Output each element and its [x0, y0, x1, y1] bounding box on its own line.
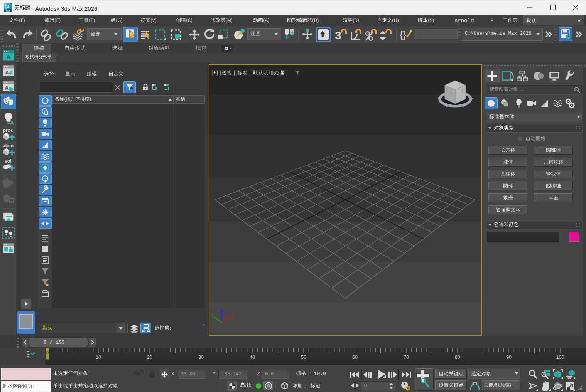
svg-text:y: y — [211, 313, 213, 317]
svg-text:A: A — [6, 54, 11, 61]
svg-text:40: 40 — [250, 355, 255, 360]
svg-text:vol: vol — [5, 158, 12, 164]
svg-text:50: 50 — [301, 355, 306, 360]
svg-text:MAX: MAX — [6, 10, 10, 12]
svg-text:30: 30 — [198, 355, 204, 360]
svg-text:alem: alem — [3, 143, 14, 148]
svg-text:A: A — [5, 69, 9, 76]
svg-text:3: 3 — [335, 29, 341, 41]
svg-text:proc: proc — [3, 128, 13, 133]
svg-text:90: 90 — [506, 355, 512, 360]
svg-text:A: A — [5, 85, 9, 91]
svg-text:0: 0 — [267, 384, 270, 388]
svg-text:70: 70 — [404, 355, 409, 360]
svg-text:20: 20 — [147, 355, 152, 360]
svg-text:100: 100 — [556, 355, 564, 360]
svg-text:{}: {} — [400, 29, 407, 40]
svg-text:80: 80 — [455, 355, 460, 360]
svg-text:x: x — [232, 312, 234, 316]
svg-text:A: A — [10, 120, 14, 125]
svg-text:10: 10 — [96, 355, 101, 360]
svg-text:3: 3 — [7, 4, 10, 9]
svg-text:60: 60 — [352, 355, 358, 360]
